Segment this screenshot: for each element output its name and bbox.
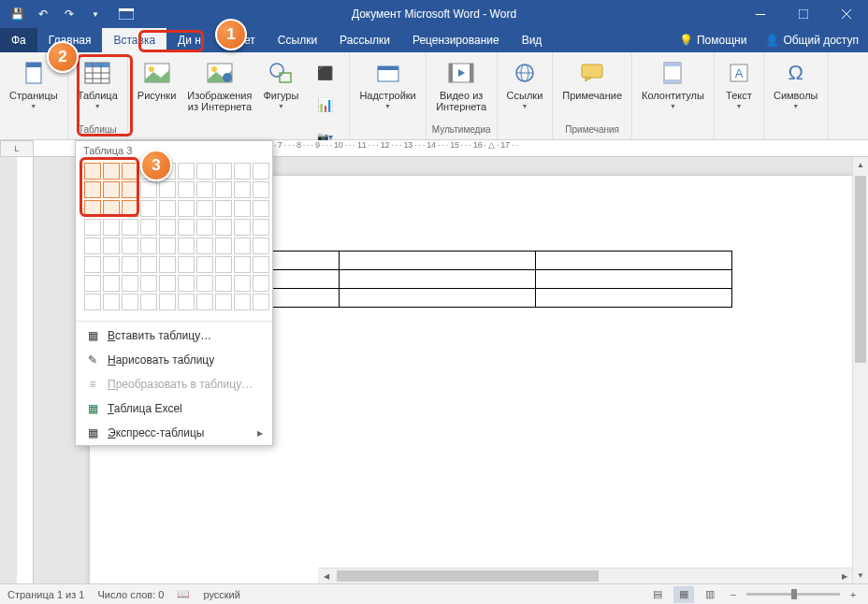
grid-cell[interactable] <box>140 219 157 236</box>
symbols-button[interactable]: Ω Символы ▼ <box>770 56 822 122</box>
grid-cell[interactable] <box>253 200 269 217</box>
grid-cell[interactable] <box>215 219 232 236</box>
grid-cell[interactable] <box>234 294 251 310</box>
grid-cell[interactable] <box>159 294 176 310</box>
share-button[interactable]: 👤 Общий доступ <box>756 28 868 52</box>
close-button[interactable] <box>825 0 868 28</box>
language-indicator[interactable]: русский <box>203 589 239 600</box>
grid-cell[interactable] <box>196 219 213 236</box>
grid-cell[interactable] <box>215 275 232 292</box>
grid-cell[interactable] <box>84 275 101 292</box>
grid-cell[interactable] <box>122 200 138 217</box>
tab-references[interactable]: Ссылки <box>267 28 328 52</box>
links-button[interactable]: Ссылки ▼ <box>503 56 547 122</box>
grid-cell[interactable] <box>84 256 101 273</box>
grid-cell[interactable] <box>234 163 251 180</box>
grid-cell[interactable] <box>122 163 138 180</box>
pictures-button[interactable]: Рисунки <box>134 56 181 153</box>
headerfooter-button[interactable]: Колонтитулы ▼ <box>638 56 708 122</box>
grid-cell[interactable] <box>215 163 232 180</box>
grid-cell[interactable] <box>122 256 138 273</box>
grid-cell[interactable] <box>159 200 176 217</box>
grid-cell[interactable] <box>178 256 195 273</box>
scroll-thumb[interactable] <box>855 176 866 363</box>
grid-cell[interactable] <box>178 294 195 310</box>
tab-review[interactable]: Рецензирование <box>401 28 511 52</box>
grid-cell[interactable] <box>178 181 195 198</box>
table-grid-picker[interactable] <box>76 158 272 319</box>
tab-file[interactable]: Фа <box>0 28 37 52</box>
grid-cell[interactable] <box>159 181 176 198</box>
grid-cell[interactable] <box>178 200 195 217</box>
grid-cell[interactable] <box>196 200 213 217</box>
grid-cell[interactable] <box>196 163 213 180</box>
tab-view[interactable]: Вид <box>511 28 554 52</box>
grid-cell[interactable] <box>103 294 120 310</box>
excel-table-item[interactable]: ▦ Таблица Excel <box>76 396 272 421</box>
online-video-button[interactable]: Видео изИнтернета <box>432 56 490 122</box>
ribbon-display-options-icon[interactable] <box>105 0 148 28</box>
read-mode-button[interactable]: ▤ <box>647 586 668 603</box>
grid-cell[interactable] <box>196 294 213 310</box>
grid-cell[interactable] <box>122 275 138 292</box>
web-layout-button[interactable]: ▥ <box>700 586 720 603</box>
scroll-up-icon[interactable]: ▲ <box>853 157 868 173</box>
grid-cell[interactable] <box>178 275 195 292</box>
grid-cell[interactable] <box>215 294 232 310</box>
vertical-scrollbar[interactable]: ▲ ▼ <box>852 157 868 583</box>
grid-cell[interactable] <box>103 219 120 236</box>
table-button[interactable]: Таблица ▼ <box>74 56 122 122</box>
scroll-left-icon[interactable]: ◀ <box>318 568 334 583</box>
grid-cell[interactable] <box>178 237 195 254</box>
grid-cell[interactable] <box>103 200 120 217</box>
tab-design[interactable]: Ди н <box>166 28 212 52</box>
grid-cell[interactable] <box>122 219 138 236</box>
grid-cell[interactable] <box>253 181 269 198</box>
grid-cell[interactable] <box>103 275 120 292</box>
grid-cell[interactable] <box>234 219 251 236</box>
grid-cell[interactable] <box>140 200 157 217</box>
maximize-button[interactable] <box>782 0 825 28</box>
grid-cell[interactable] <box>234 275 251 292</box>
grid-cell[interactable] <box>234 237 251 254</box>
grid-cell[interactable] <box>196 275 213 292</box>
grid-cell[interactable] <box>215 256 232 273</box>
grid-cell[interactable] <box>234 181 251 198</box>
scroll-right-icon[interactable]: ▶ <box>836 568 852 583</box>
grid-cell[interactable] <box>178 163 195 180</box>
grid-cell[interactable] <box>253 219 269 236</box>
comment-button[interactable]: Примечание <box>558 56 626 122</box>
scroll-thumb[interactable] <box>337 570 599 582</box>
grid-cell[interactable] <box>84 219 101 236</box>
grid-cell[interactable] <box>122 294 138 310</box>
grid-cell[interactable] <box>103 237 120 254</box>
grid-cell[interactable] <box>140 275 157 292</box>
qat-customize-icon[interactable]: ▼ <box>86 5 105 23</box>
grid-cell[interactable] <box>84 294 101 310</box>
scroll-down-icon[interactable]: ▼ <box>853 568 868 583</box>
grid-cell[interactable] <box>103 163 120 180</box>
zoom-in-button[interactable]: + <box>846 589 861 600</box>
vertical-ruler[interactable] <box>17 157 34 587</box>
grid-cell[interactable] <box>215 237 232 254</box>
draw-table-item[interactable]: ✎ Нарисовать таблицу <box>76 348 272 372</box>
grid-cell[interactable] <box>140 237 157 254</box>
grid-cell[interactable] <box>234 200 251 217</box>
grid-cell[interactable] <box>84 181 101 198</box>
grid-cell[interactable] <box>122 237 138 254</box>
grid-cell[interactable] <box>253 275 269 292</box>
grid-cell[interactable] <box>84 237 101 254</box>
tell-me[interactable]: 💡 Помощни <box>670 28 756 52</box>
grid-cell[interactable] <box>159 237 176 254</box>
minimize-button[interactable] <box>739 0 782 28</box>
more-illustrations-button[interactable]: ⬛ 📊 📷▾ <box>306 56 343 153</box>
grid-cell[interactable] <box>84 163 101 180</box>
grid-cell[interactable] <box>103 181 120 198</box>
grid-cell[interactable] <box>140 256 157 273</box>
grid-cell[interactable] <box>253 237 269 254</box>
grid-cell[interactable] <box>196 237 213 254</box>
zoom-slider[interactable] <box>746 593 840 596</box>
grid-cell[interactable] <box>196 256 213 273</box>
grid-cell[interactable] <box>159 219 176 236</box>
grid-cell[interactable] <box>140 294 157 310</box>
